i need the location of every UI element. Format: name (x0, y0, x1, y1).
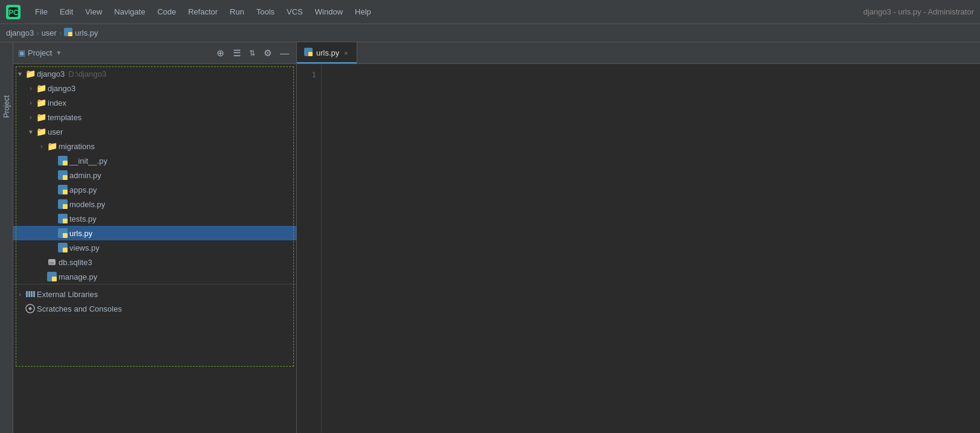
settings-button[interactable]: ⚙ (261, 47, 274, 60)
menu-file[interactable]: File (30, 5, 52, 19)
chevron-django3-sub: › (27, 84, 35, 92)
folder-icon-index: 📁 (36, 98, 46, 107)
py-icon-breadcrumb (64, 28, 72, 38)
py-icon-views (58, 243, 68, 252)
chevron-migrations: › (37, 142, 46, 150)
editor-content[interactable]: 1 (297, 64, 980, 433)
menu-view[interactable]: View (80, 5, 107, 19)
menu-tools[interactable]: Tools (252, 5, 279, 19)
tree-label-external-libs: External Libraries (37, 290, 98, 299)
py-icon-manage (47, 272, 57, 281)
tree-item-tests-py[interactable]: › tests.py (13, 211, 296, 226)
tab-icon-urls-py (304, 48, 313, 58)
breadcrumb-urls-py[interactable]: urls.py (64, 28, 98, 38)
svg-rect-16 (63, 233, 68, 238)
tab-label-urls-py: urls.py (316, 48, 339, 57)
py-icon-tests (58, 214, 68, 223)
tab-urls-py[interactable]: urls.py × (297, 42, 357, 63)
tree-item-db-sqlite3[interactable]: › DB db.sqlite3 (13, 255, 296, 269)
menu-navigate[interactable]: Navigate (109, 5, 150, 19)
tree-item-admin-py[interactable]: › admin.py (13, 168, 296, 182)
menu-run[interactable]: Run (225, 5, 249, 19)
folder-icon-user: 📁 (36, 127, 46, 136)
tree-item-urls-py[interactable]: › urls.py (13, 226, 296, 240)
tree-item-index[interactable]: › 📁 index (13, 95, 296, 110)
tree-label-django3: django3 (37, 69, 65, 79)
svg-rect-4 (68, 32, 72, 36)
panel-toolbar: ▣ Project ▼ ⊕ ☰ ⇅ ⚙ — (13, 42, 296, 64)
editor-code[interactable] (321, 64, 980, 433)
tree-item-models-py[interactable]: › models.py (13, 197, 296, 211)
side-tab-label[interactable]: Project (1, 91, 12, 123)
tree-label-migrations: migrations (59, 142, 95, 151)
menu-vcs[interactable]: VCS (282, 5, 308, 19)
folder-icon-templates: 📁 (36, 112, 46, 122)
tree-item-views-py[interactable]: › views.py (13, 240, 296, 255)
folder-icon-django3: 📁 (25, 69, 35, 79)
menu-help[interactable]: Help (350, 5, 376, 19)
breadcrumb-sep-2: › (59, 28, 62, 37)
svg-rect-22 (52, 277, 57, 281)
svg-rect-23 (26, 291, 28, 297)
py-icon-admin (58, 170, 68, 180)
line-numbers: 1 (297, 64, 321, 433)
app-icon: PC (6, 5, 21, 19)
db-icon: DB (47, 257, 57, 267)
file-tree[interactable]: ▼ 📁 django3 D:\django3 › 📁 django3 › 📁 i… (13, 64, 296, 433)
panel-title-text: Project (28, 48, 52, 57)
svg-rect-24 (28, 291, 30, 297)
tree-item-manage-py[interactable]: › manage.py (13, 269, 296, 284)
panel-dropdown-arrow[interactable]: ▼ (56, 50, 62, 56)
collapse-all-button[interactable]: ☰ (231, 47, 243, 60)
tree-label-tests-py: tests.py (69, 214, 97, 223)
tree-root-django3[interactable]: ▼ 📁 django3 D:\django3 (13, 66, 296, 81)
tree-label-user: user (48, 127, 63, 136)
panel-title: ▣ Project ▼ (18, 48, 62, 57)
tree-label-init-py: __init__.py (69, 156, 107, 165)
main-layout: Project ▣ Project ▼ ⊕ ☰ ⇅ ⚙ — ▼ 📁 (0, 42, 980, 433)
menu-edit[interactable]: Edit (55, 5, 78, 19)
tree-item-init-py[interactable]: › __init__.py (13, 153, 296, 168)
menu-refactor[interactable]: Refactor (183, 5, 223, 19)
svg-text:DB: DB (49, 261, 54, 265)
py-icon-apps (58, 185, 68, 194)
py-icon-models (58, 199, 68, 209)
py-icon-init (58, 156, 68, 165)
svg-rect-6 (63, 161, 68, 165)
svg-rect-10 (63, 190, 68, 194)
add-content-button[interactable]: ⊕ (214, 47, 227, 60)
breadcrumb: django3 › user › urls.py (0, 24, 980, 42)
editor-area: urls.py × 1 (297, 42, 980, 433)
side-tab[interactable]: Project (0, 42, 13, 433)
tree-item-django3-sub[interactable]: › 📁 django3 (13, 81, 296, 95)
tree-item-scratches[interactable]: › Scratches and Consoles (13, 301, 296, 316)
toolbar-icons: ⊕ ☰ ⇅ ⚙ — (214, 47, 291, 60)
svg-rect-29 (308, 52, 313, 56)
breadcrumb-user[interactable]: user (42, 28, 57, 37)
folder-icon-django3-sub: 📁 (36, 83, 46, 93)
menu-window[interactable]: Window (310, 5, 348, 19)
chevron-index: › (27, 98, 35, 107)
svg-rect-26 (33, 291, 35, 297)
chevron-templates: › (27, 113, 35, 121)
scratches-icon (25, 304, 35, 313)
tab-close-urls-py[interactable]: × (343, 49, 349, 57)
tree-item-apps-py[interactable]: › apps.py (13, 182, 296, 197)
breadcrumb-django3[interactable]: django3 (6, 28, 34, 37)
tree-item-user[interactable]: ▼ 📁 user (13, 124, 296, 139)
tab-bar: urls.py × (297, 42, 980, 64)
expand-all-button[interactable]: ⇅ (247, 48, 258, 59)
tree-item-external-libs[interactable]: › External Libraries (13, 287, 296, 301)
svg-rect-8 (63, 175, 68, 180)
tree-label-scratches: Scratches and Consoles (37, 304, 122, 313)
tree-label-django3-sub: django3 (48, 84, 75, 93)
tree-item-templates[interactable]: › 📁 templates (13, 110, 296, 124)
tree-item-migrations[interactable]: › 📁 migrations (13, 139, 296, 153)
tree-label-index: index (48, 98, 66, 107)
menu-code[interactable]: Code (153, 5, 181, 19)
close-panel-button[interactable]: — (278, 47, 291, 59)
tree-label-admin-py: admin.py (69, 171, 101, 180)
tree-label-urls-py: urls.py (69, 229, 92, 238)
tree-path-django3: D:\django3 (68, 69, 106, 79)
tree-label-db: db.sqlite3 (59, 258, 92, 267)
